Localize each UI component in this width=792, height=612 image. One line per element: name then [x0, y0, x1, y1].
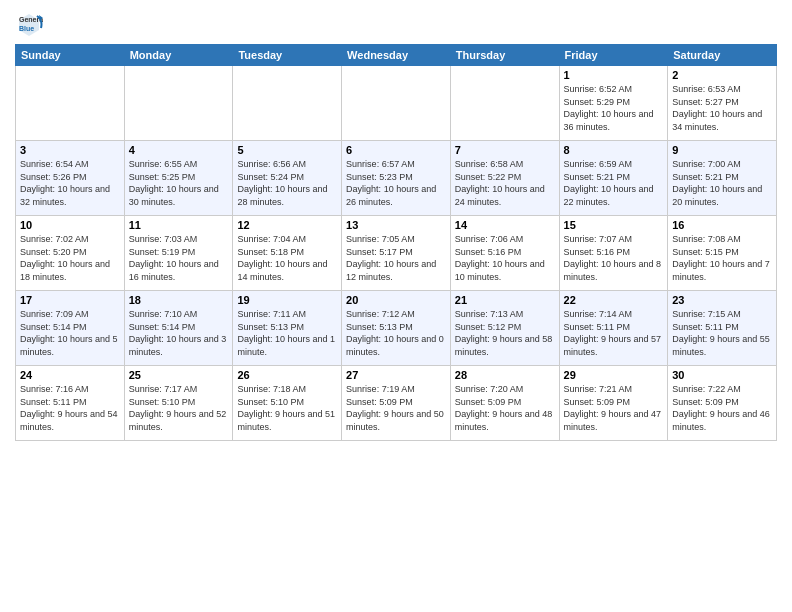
- calendar-cell: [450, 66, 559, 141]
- weekday-header: Thursday: [450, 45, 559, 66]
- day-info: Sunrise: 7:02 AM Sunset: 5:20 PM Dayligh…: [20, 233, 120, 283]
- day-number: 2: [672, 69, 772, 81]
- day-number: 23: [672, 294, 772, 306]
- calendar-cell: 22Sunrise: 7:14 AM Sunset: 5:11 PM Dayli…: [559, 291, 668, 366]
- calendar-cell: 4Sunrise: 6:55 AM Sunset: 5:25 PM Daylig…: [124, 141, 233, 216]
- day-info: Sunrise: 7:11 AM Sunset: 5:13 PM Dayligh…: [237, 308, 337, 358]
- calendar-cell: 5Sunrise: 6:56 AM Sunset: 5:24 PM Daylig…: [233, 141, 342, 216]
- day-info: Sunrise: 6:58 AM Sunset: 5:22 PM Dayligh…: [455, 158, 555, 208]
- day-info: Sunrise: 7:00 AM Sunset: 5:21 PM Dayligh…: [672, 158, 772, 208]
- calendar-cell: 14Sunrise: 7:06 AM Sunset: 5:16 PM Dayli…: [450, 216, 559, 291]
- day-number: 1: [564, 69, 664, 81]
- day-number: 30: [672, 369, 772, 381]
- calendar-week: 10Sunrise: 7:02 AM Sunset: 5:20 PM Dayli…: [16, 216, 777, 291]
- day-number: 24: [20, 369, 120, 381]
- day-info: Sunrise: 7:03 AM Sunset: 5:19 PM Dayligh…: [129, 233, 229, 283]
- day-info: Sunrise: 7:12 AM Sunset: 5:13 PM Dayligh…: [346, 308, 446, 358]
- calendar-cell: 29Sunrise: 7:21 AM Sunset: 5:09 PM Dayli…: [559, 366, 668, 441]
- day-number: 26: [237, 369, 337, 381]
- day-number: 15: [564, 219, 664, 231]
- calendar-cell: 23Sunrise: 7:15 AM Sunset: 5:11 PM Dayli…: [668, 291, 777, 366]
- calendar-cell: 10Sunrise: 7:02 AM Sunset: 5:20 PM Dayli…: [16, 216, 125, 291]
- day-info: Sunrise: 6:57 AM Sunset: 5:23 PM Dayligh…: [346, 158, 446, 208]
- day-info: Sunrise: 7:19 AM Sunset: 5:09 PM Dayligh…: [346, 383, 446, 433]
- calendar-cell: 8Sunrise: 6:59 AM Sunset: 5:21 PM Daylig…: [559, 141, 668, 216]
- calendar-week: 24Sunrise: 7:16 AM Sunset: 5:11 PM Dayli…: [16, 366, 777, 441]
- day-info: Sunrise: 7:18 AM Sunset: 5:10 PM Dayligh…: [237, 383, 337, 433]
- calendar-cell: 13Sunrise: 7:05 AM Sunset: 5:17 PM Dayli…: [342, 216, 451, 291]
- day-number: 10: [20, 219, 120, 231]
- calendar-cell: 27Sunrise: 7:19 AM Sunset: 5:09 PM Dayli…: [342, 366, 451, 441]
- day-number: 22: [564, 294, 664, 306]
- logo-icon: General Blue: [15, 10, 43, 38]
- calendar-cell: 17Sunrise: 7:09 AM Sunset: 5:14 PM Dayli…: [16, 291, 125, 366]
- day-number: 13: [346, 219, 446, 231]
- calendar-cell: 20Sunrise: 7:12 AM Sunset: 5:13 PM Dayli…: [342, 291, 451, 366]
- day-number: 7: [455, 144, 555, 156]
- logo: General Blue: [15, 10, 47, 38]
- weekday-header: Tuesday: [233, 45, 342, 66]
- svg-text:Blue: Blue: [19, 25, 34, 32]
- calendar-cell: 9Sunrise: 7:00 AM Sunset: 5:21 PM Daylig…: [668, 141, 777, 216]
- calendar-cell: 1Sunrise: 6:52 AM Sunset: 5:29 PM Daylig…: [559, 66, 668, 141]
- calendar-cell: 21Sunrise: 7:13 AM Sunset: 5:12 PM Dayli…: [450, 291, 559, 366]
- calendar-cell: 12Sunrise: 7:04 AM Sunset: 5:18 PM Dayli…: [233, 216, 342, 291]
- calendar-cell: 19Sunrise: 7:11 AM Sunset: 5:13 PM Dayli…: [233, 291, 342, 366]
- calendar-cell: 11Sunrise: 7:03 AM Sunset: 5:19 PM Dayli…: [124, 216, 233, 291]
- weekday-header: Friday: [559, 45, 668, 66]
- day-number: 14: [455, 219, 555, 231]
- day-number: 27: [346, 369, 446, 381]
- day-number: 28: [455, 369, 555, 381]
- calendar-cell: 2Sunrise: 6:53 AM Sunset: 5:27 PM Daylig…: [668, 66, 777, 141]
- day-number: 21: [455, 294, 555, 306]
- day-number: 12: [237, 219, 337, 231]
- day-info: Sunrise: 6:59 AM Sunset: 5:21 PM Dayligh…: [564, 158, 664, 208]
- day-info: Sunrise: 7:20 AM Sunset: 5:09 PM Dayligh…: [455, 383, 555, 433]
- calendar-week: 17Sunrise: 7:09 AM Sunset: 5:14 PM Dayli…: [16, 291, 777, 366]
- day-info: Sunrise: 7:09 AM Sunset: 5:14 PM Dayligh…: [20, 308, 120, 358]
- day-number: 5: [237, 144, 337, 156]
- day-info: Sunrise: 7:07 AM Sunset: 5:16 PM Dayligh…: [564, 233, 664, 283]
- calendar-cell: 28Sunrise: 7:20 AM Sunset: 5:09 PM Dayli…: [450, 366, 559, 441]
- calendar-cell: 16Sunrise: 7:08 AM Sunset: 5:15 PM Dayli…: [668, 216, 777, 291]
- calendar-cell: 25Sunrise: 7:17 AM Sunset: 5:10 PM Dayli…: [124, 366, 233, 441]
- day-info: Sunrise: 7:22 AM Sunset: 5:09 PM Dayligh…: [672, 383, 772, 433]
- page: General Blue SundayMondayTuesdayWednesda…: [0, 0, 792, 612]
- day-info: Sunrise: 6:52 AM Sunset: 5:29 PM Dayligh…: [564, 83, 664, 133]
- day-info: Sunrise: 7:06 AM Sunset: 5:16 PM Dayligh…: [455, 233, 555, 283]
- calendar-cell: 30Sunrise: 7:22 AM Sunset: 5:09 PM Dayli…: [668, 366, 777, 441]
- weekday-header: Sunday: [16, 45, 125, 66]
- day-number: 11: [129, 219, 229, 231]
- header: General Blue: [15, 10, 777, 38]
- day-number: 8: [564, 144, 664, 156]
- calendar-cell: 26Sunrise: 7:18 AM Sunset: 5:10 PM Dayli…: [233, 366, 342, 441]
- weekday-header: Monday: [124, 45, 233, 66]
- calendar-cell: 18Sunrise: 7:10 AM Sunset: 5:14 PM Dayli…: [124, 291, 233, 366]
- calendar-cell: [342, 66, 451, 141]
- day-info: Sunrise: 7:14 AM Sunset: 5:11 PM Dayligh…: [564, 308, 664, 358]
- day-info: Sunrise: 7:08 AM Sunset: 5:15 PM Dayligh…: [672, 233, 772, 283]
- day-number: 20: [346, 294, 446, 306]
- day-number: 29: [564, 369, 664, 381]
- day-number: 17: [20, 294, 120, 306]
- day-number: 18: [129, 294, 229, 306]
- day-number: 4: [129, 144, 229, 156]
- day-info: Sunrise: 6:53 AM Sunset: 5:27 PM Dayligh…: [672, 83, 772, 133]
- day-number: 3: [20, 144, 120, 156]
- calendar-cell: [16, 66, 125, 141]
- day-info: Sunrise: 7:05 AM Sunset: 5:17 PM Dayligh…: [346, 233, 446, 283]
- day-info: Sunrise: 6:54 AM Sunset: 5:26 PM Dayligh…: [20, 158, 120, 208]
- weekday-header: Saturday: [668, 45, 777, 66]
- day-number: 25: [129, 369, 229, 381]
- calendar-cell: [233, 66, 342, 141]
- calendar-week: 1Sunrise: 6:52 AM Sunset: 5:29 PM Daylig…: [16, 66, 777, 141]
- header-row: SundayMondayTuesdayWednesdayThursdayFrid…: [16, 45, 777, 66]
- day-info: Sunrise: 7:10 AM Sunset: 5:14 PM Dayligh…: [129, 308, 229, 358]
- calendar-cell: 7Sunrise: 6:58 AM Sunset: 5:22 PM Daylig…: [450, 141, 559, 216]
- day-info: Sunrise: 7:04 AM Sunset: 5:18 PM Dayligh…: [237, 233, 337, 283]
- calendar-cell: [124, 66, 233, 141]
- day-info: Sunrise: 7:21 AM Sunset: 5:09 PM Dayligh…: [564, 383, 664, 433]
- day-info: Sunrise: 7:17 AM Sunset: 5:10 PM Dayligh…: [129, 383, 229, 433]
- calendar-cell: 3Sunrise: 6:54 AM Sunset: 5:26 PM Daylig…: [16, 141, 125, 216]
- day-info: Sunrise: 7:16 AM Sunset: 5:11 PM Dayligh…: [20, 383, 120, 433]
